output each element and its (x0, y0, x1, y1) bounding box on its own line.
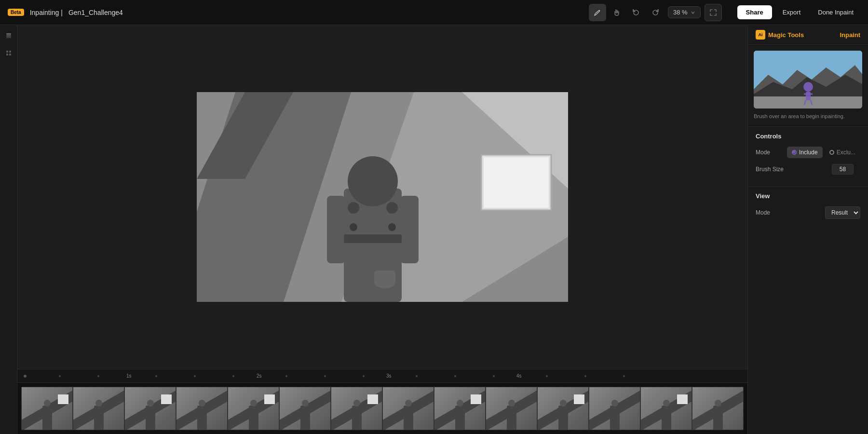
thumbnail-1[interactable] (21, 387, 73, 430)
topbar-actions: Share Export Done Inpaint (737, 5, 860, 19)
share-button[interactable]: Share (737, 5, 772, 19)
controls-section: Controls Mode Include Exclu... Brus (748, 126, 868, 186)
redo-button[interactable] (647, 4, 664, 21)
zoom-control[interactable]: 38 % (668, 6, 701, 18)
thumbnail-8[interactable] (382, 387, 434, 430)
svg-point-40 (493, 375, 495, 377)
svg-rect-24 (374, 271, 395, 285)
svg-text:3s: 3s (386, 373, 392, 379)
exclude-mode-button[interactable]: Exclu... (825, 147, 860, 158)
brush-size-input[interactable] (832, 164, 854, 175)
svg-text:4s: 4s (516, 373, 522, 379)
svg-rect-6 (9, 54, 11, 55)
svg-text:1s: 1s (126, 373, 132, 379)
svg-rect-1 (6, 35, 11, 37)
svg-point-19 (350, 223, 357, 231)
redo-icon (651, 9, 659, 16)
svg-rect-22 (400, 196, 419, 263)
svg-point-39 (454, 375, 456, 377)
thumbnail-3[interactable] (124, 387, 176, 430)
svg-text:2s: 2s (257, 373, 262, 379)
view-mode-select[interactable]: Result (825, 206, 860, 219)
svg-point-42 (546, 375, 548, 377)
svg-point-16 (348, 156, 398, 206)
app-title: Inpainting | (30, 9, 63, 16)
undo-icon (632, 9, 640, 16)
topbar: Beta Inpainting | Gen1_Challenge4 (0, 0, 868, 25)
chevron-down-icon (691, 10, 695, 15)
thumbnail-13[interactable] (640, 387, 692, 430)
exclude-radio (829, 150, 834, 155)
zoom-value: 38 % (673, 9, 688, 16)
fullscreen-button[interactable] (705, 4, 722, 21)
svg-rect-5 (6, 54, 8, 55)
sidebar-icon-2[interactable] (2, 46, 15, 60)
fullscreen-icon (710, 9, 717, 16)
svg-point-26 (24, 375, 27, 378)
svg-point-49 (803, 82, 813, 92)
svg-rect-25 (344, 234, 402, 243)
done-inpaint-button[interactable]: Done Inpaint (811, 5, 860, 19)
svg-rect-4 (9, 51, 11, 53)
view-mode-row: Mode Result (756, 206, 860, 219)
right-panel: Ai Magic Tools Inpaint (747, 25, 868, 434)
view-title: View (756, 192, 860, 200)
timeline-track (17, 383, 747, 434)
ai-icon: Ai (756, 30, 765, 40)
svg-point-36 (363, 375, 365, 377)
svg-point-44 (623, 375, 625, 377)
brush-tool-button[interactable] (589, 4, 606, 21)
magic-tools-label: Ai Magic Tools (756, 30, 804, 40)
sidebar-icon-1[interactable] (2, 29, 15, 42)
inpaint-tab[interactable]: Inpaint (840, 31, 860, 39)
thumbnail-14[interactable] (692, 387, 744, 430)
undo-button[interactable] (627, 4, 645, 21)
svg-point-34 (285, 375, 287, 377)
svg-rect-14 (484, 157, 549, 208)
left-sidebar (0, 25, 17, 434)
pan-tool-button[interactable] (608, 4, 625, 21)
thumbnail-4[interactable] (176, 387, 228, 430)
svg-point-43 (584, 375, 586, 377)
view-section: View Mode Result (748, 186, 868, 231)
right-panel-header: Ai Magic Tools Inpaint (748, 25, 868, 45)
mode-control-row: Mode Include Exclu... (756, 147, 860, 158)
svg-rect-2 (6, 37, 11, 38)
timeline-area: 1s 2s 3s 4s (17, 369, 747, 434)
brush-size-control (832, 164, 860, 175)
brush-size-label: Brush Size (756, 166, 784, 173)
view-mode-label: Mode (756, 209, 770, 216)
main-content: 1s 2s 3s 4s (0, 25, 868, 434)
svg-point-28 (97, 375, 99, 377)
thumbnail-9[interactable] (434, 387, 486, 430)
thumbnail-5[interactable] (228, 387, 279, 430)
preview-svg (754, 51, 862, 108)
svg-point-30 (155, 375, 157, 377)
preview-thumbnail (754, 51, 862, 108)
thumbnail-7[interactable] (331, 387, 382, 430)
svg-rect-0 (6, 33, 11, 35)
scene-svg (197, 92, 568, 302)
svg-point-31 (194, 375, 196, 377)
controls-title: Controls (756, 133, 860, 140)
thumbnail-11[interactable] (537, 387, 589, 430)
brush-size-row: Brush Size (756, 164, 860, 175)
grid-icon (5, 50, 12, 56)
thumbnail-2[interactable] (73, 387, 124, 430)
ruler-svg: 1s 2s 3s 4s (21, 369, 629, 383)
include-mode-button[interactable]: Include (787, 147, 823, 158)
svg-rect-50 (806, 92, 811, 100)
include-radio (792, 150, 797, 155)
thumbnail-strip (21, 387, 744, 430)
toolbar-tools: 38 % (589, 4, 722, 21)
svg-point-38 (416, 375, 418, 377)
video-frame (197, 92, 568, 302)
thumbnail-12[interactable] (589, 387, 640, 430)
mode-label: Mode (756, 149, 770, 156)
export-button[interactable]: Export (776, 5, 808, 19)
thumbnail-10[interactable] (486, 387, 537, 430)
svg-point-32 (232, 375, 234, 377)
canvas-viewport[interactable] (17, 25, 747, 369)
project-name: Gen1_Challenge4 (68, 9, 123, 16)
thumbnail-6[interactable] (279, 387, 331, 430)
